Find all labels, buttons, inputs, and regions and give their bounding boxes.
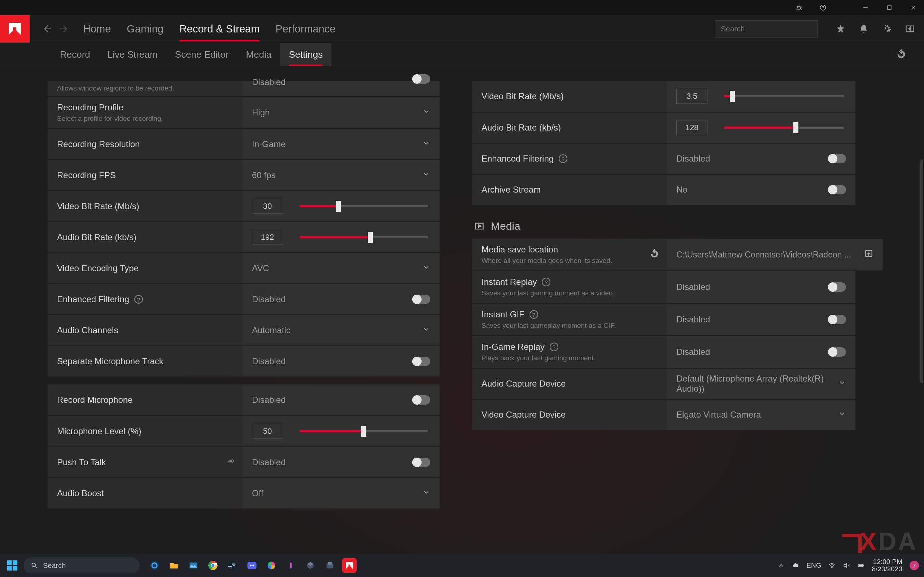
toggle-switch[interactable] — [412, 74, 430, 84]
search-box[interactable] — [715, 20, 818, 37]
toggle-switch[interactable] — [828, 154, 846, 163]
setting-label: Enhanced Filtering? — [481, 154, 657, 164]
start-button[interactable] — [5, 558, 19, 573]
setting-label-cell: Video Bit Rate (Mb/s) — [48, 191, 242, 221]
bookmark-icon[interactable] — [835, 23, 846, 34]
settings-icon[interactable] — [881, 23, 892, 34]
toggle-switch[interactable] — [828, 315, 846, 324]
share-icon[interactable] — [227, 458, 234, 467]
setting-row: Push To TalkDisabled — [48, 446, 439, 477]
slider[interactable] — [724, 95, 844, 98]
numeric-input[interactable]: 30 — [252, 199, 283, 214]
help-icon[interactable]: ? — [559, 154, 567, 163]
app-generic-2[interactable] — [284, 558, 298, 573]
slider[interactable] — [300, 429, 428, 433]
nav-back-button[interactable] — [42, 24, 52, 34]
search-input[interactable] — [720, 24, 816, 34]
maximize-button[interactable] — [881, 0, 897, 15]
numeric-input[interactable]: 50 — [252, 424, 283, 439]
amd-logo[interactable] — [0, 15, 30, 43]
tray-language[interactable]: ENG — [806, 561, 821, 569]
help-icon[interactable] — [815, 0, 831, 15]
app-photos[interactable] — [186, 558, 201, 573]
reset-icon[interactable] — [893, 43, 909, 66]
subnav-record[interactable]: Record — [51, 43, 99, 66]
setting-value[interactable]: Default (Microphone Array (Realtek(R) Au… — [677, 374, 830, 394]
setting-value-cell: Disabled — [242, 384, 439, 416]
tray-onedrive-icon[interactable] — [792, 562, 799, 569]
svg-rect-11 — [13, 566, 17, 571]
minimize-button[interactable] — [858, 0, 874, 15]
slider[interactable] — [724, 126, 844, 129]
tray-battery-icon[interactable] — [857, 562, 864, 569]
open-folder-icon[interactable] — [864, 249, 874, 260]
setting-value[interactable]: Elgato Virtual Camera — [677, 410, 761, 420]
setting-value[interactable]: Off — [252, 488, 263, 498]
subnav-media[interactable]: Media — [237, 43, 280, 66]
app-generic-4[interactable] — [323, 558, 337, 573]
taskbar-search[interactable]: Search — [24, 558, 139, 574]
help-icon[interactable]: ? — [134, 295, 143, 304]
toggle-switch[interactable] — [828, 347, 846, 357]
setting-value[interactable]: Automatic — [252, 325, 291, 335]
reset-icon[interactable] — [650, 249, 659, 260]
app-copilot[interactable] — [147, 558, 162, 573]
bug-icon[interactable] — [791, 0, 807, 15]
help-icon[interactable]: ? — [530, 310, 538, 319]
app-generic-3[interactable] — [303, 558, 318, 573]
nav-record-stream[interactable]: Record & Stream — [179, 16, 260, 42]
setting-value[interactable]: 60 fps — [252, 170, 275, 180]
setting-label-cell: Video Bit Rate (Mb/s) — [472, 81, 667, 112]
slider[interactable] — [300, 205, 428, 208]
nav-performance[interactable]: Performance — [275, 16, 335, 42]
notifications-icon[interactable] — [858, 23, 869, 34]
tray-chevron-icon[interactable] — [777, 562, 785, 569]
app-discord[interactable] — [245, 558, 259, 573]
subnav-live-stream[interactable]: Live Stream — [99, 43, 166, 66]
tray-notification-badge[interactable]: 7 — [909, 561, 919, 570]
tray-wifi-icon[interactable] — [828, 562, 835, 569]
setting-value-cell: Disabled — [667, 336, 855, 368]
numeric-input[interactable]: 192 — [252, 230, 283, 245]
setting-label: Microphone Level (%) — [57, 426, 233, 436]
setting-row: Separate Microphone TrackDisabled — [48, 345, 439, 377]
toggle-switch[interactable] — [412, 295, 430, 304]
nav-forward-button[interactable] — [59, 24, 69, 34]
nav-home[interactable]: Home — [83, 16, 111, 42]
toggle-switch[interactable] — [412, 357, 430, 366]
subnav-scene-editor[interactable]: Scene Editor — [166, 43, 237, 66]
app-explorer[interactable] — [167, 558, 181, 573]
subnav-settings[interactable]: Settings — [280, 43, 331, 66]
setting-label-cell: Video Encoding Type — [48, 253, 242, 284]
app-steam[interactable] — [225, 558, 240, 573]
scrollbar[interactable] — [921, 160, 923, 383]
help-icon[interactable]: ? — [550, 343, 558, 351]
setting-value[interactable]: In-Game — [252, 139, 286, 149]
slider[interactable] — [300, 235, 428, 239]
tray-volume-muted-icon[interactable] — [843, 562, 850, 569]
setting-value[interactable]: High — [252, 108, 270, 118]
toggle-switch[interactable] — [412, 395, 430, 405]
app-generic-1[interactable] — [264, 558, 279, 573]
app-chrome[interactable] — [206, 558, 220, 573]
numeric-input[interactable]: 3.5 — [677, 89, 708, 104]
right-column: Video Bit Rate (Mb/s)3.5Audio Bit Rate (… — [472, 81, 864, 543]
toolbar-icons — [835, 23, 915, 34]
nav-gaming[interactable]: Gaming — [127, 16, 163, 42]
close-button[interactable] — [905, 0, 921, 15]
xda-watermark: XDA — [842, 527, 918, 554]
setting-value-cell: Disabled — [667, 271, 855, 303]
help-icon[interactable]: ? — [542, 278, 551, 286]
setting-label-cell: Archive Stream — [472, 174, 667, 205]
toggle-switch[interactable] — [412, 458, 430, 467]
toggle-switch[interactable] — [828, 185, 846, 194]
numeric-input[interactable]: 128 — [677, 120, 708, 135]
setting-label-cell: Record Microphone — [48, 384, 242, 416]
setting-label-cell: Instant GIF?Saves your last gameplay mom… — [472, 304, 667, 335]
toggle-switch[interactable] — [828, 282, 846, 292]
tray-clock[interactable]: 12:00 PM 8/23/2023 — [872, 558, 902, 573]
svg-rect-10 — [7, 566, 12, 571]
setting-value[interactable]: AVC — [252, 263, 269, 273]
dock-icon[interactable] — [905, 23, 915, 34]
app-amd-software[interactable] — [342, 558, 357, 573]
